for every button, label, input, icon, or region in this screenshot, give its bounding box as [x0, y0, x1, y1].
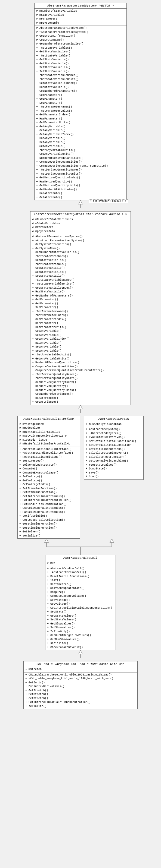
- abstract-ode-system-title: AbstractOdeSystem: [84, 416, 143, 422]
- abstract-cardiac-cell-methods: + AbstractCardiacCell() + ~AbstractCardi…: [46, 566, 115, 650]
- abstract-cardiac-cell-title: AbstractCardiacCell: [46, 555, 115, 561]
- abstract-cardiac-cell-box: AbstractCardiacCell # mDt + AbstractCard…: [45, 555, 116, 650]
- svg-marker-1: [79, 200, 82, 204]
- svg-marker-11: [79, 650, 82, 654]
- cml-noble-title: CML_noble_varghese_kohl_noble_1998_basic…: [24, 661, 137, 667]
- abstract-parameterised-std-wrapper: AbstractParameterisedSystem< std::vector…: [30, 211, 131, 405]
- abstract-parameterised-vector-fields: # mNumberOfStateVariables # mStateVariab…: [34, 9, 127, 26]
- svg-marker-8: [45, 539, 48, 542]
- arrow-cardiac-to-cml: [78, 650, 83, 661]
- svg-marker-3: [79, 405, 82, 409]
- abstract-parameterised-vector-title: AbstractParameterisedSystem< VECTOR >: [34, 3, 127, 9]
- abstract-ode-system-fields: # mUseAnalyticJacobian: [84, 422, 143, 427]
- abstract-cardiac-cell-interface-methods: + AbstractCardiacCellInterface() + ~Abst…: [18, 447, 80, 539]
- uml-diagram: AbstractParameterisedSystem< VECTOR > # …: [0, 0, 161, 712]
- template-label: < std::vector< double > >: [89, 199, 128, 203]
- abstract-ode-system-box: AbstractOdeSystem # mUseAnalyticJacobian…: [84, 416, 143, 480]
- cml-noble-fields: - mStretch: [24, 667, 137, 673]
- arrow-std-to-ode: [78, 405, 83, 416]
- abstract-parameterised-vector-methods: # AbstractParameterisedSystem() # ~Abstr…: [34, 26, 127, 200]
- abstract-cardiac-cell-fields: # mDt: [46, 561, 115, 566]
- arrows-to-cardiac-cell: [15, 539, 146, 555]
- cml-noble-methods: + CML_noble_varghese_kohl_noble_1998_bas…: [24, 673, 137, 709]
- abstract-cardiac-cell-interface-fields: # mVoltageIndex # mpOdeSolver # mpIntrac…: [18, 422, 80, 447]
- abstract-cardiac-cell-interface-title: AbstractCardiacCellInterface: [18, 416, 80, 422]
- abstract-parameterised-std-title: AbstractParameterisedSystem< std::vector…: [30, 212, 131, 217]
- abstract-parameterised-std-methods: # AbstractParameterisedSystem() + ~Abstr…: [30, 234, 131, 405]
- arrow-vector-to-std: [78, 200, 83, 211]
- cml-noble-box: CML_noble_varghese_kohl_noble_1998_basic…: [23, 661, 138, 709]
- abstract-parameterised-std-box: AbstractParameterisedSystem< std::vector…: [30, 211, 131, 405]
- abstract-parameterised-vector-box: AbstractParameterisedSystem< VECTOR > # …: [34, 3, 127, 200]
- abstract-ode-system-methods: + AbstractOdeSystem() + ~AbstractOdeSyst…: [84, 427, 143, 479]
- svg-marker-9: [110, 539, 114, 542]
- abstract-parameterised-std-fields: # mNumberOfStateVariables # mStateVariab…: [30, 217, 131, 234]
- abstract-cardiac-cell-interface-box: AbstractCardiacCellInterface # mVoltageI…: [18, 416, 80, 539]
